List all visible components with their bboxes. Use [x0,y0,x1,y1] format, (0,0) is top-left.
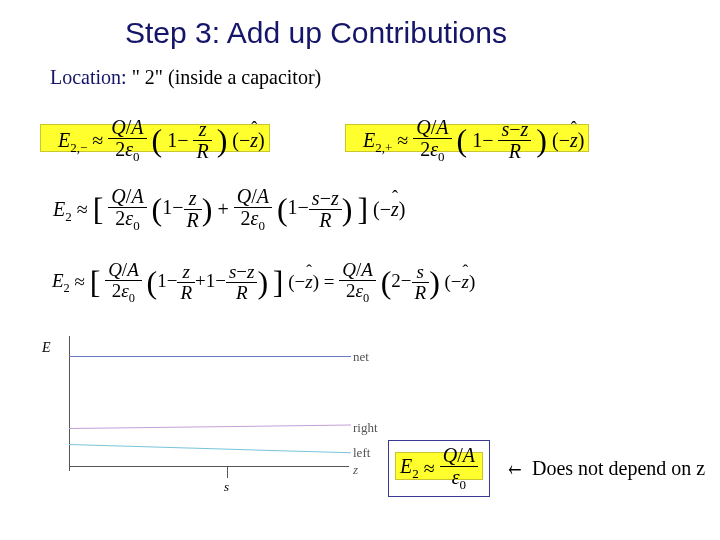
frac-qa-e0-final: Q/A ε0 [440,445,478,492]
eq-final: E2 ≈ Q/A ε0 ← Does not depend on z [388,440,705,497]
graph-line-right [69,425,351,429]
frac-qa-2e0-b: Q/A 2ε0 [413,117,451,164]
slide-title: Step 3: Add up Contributions [125,16,507,50]
paren-close [217,129,228,151]
eq-e2minus: ☐E2,− ≈ Q/A 2ε0 1− zR (−z) [40,117,270,164]
sym-sub-2: 2 [65,208,72,223]
final-note: Does not depend on z [532,457,705,479]
bracket-close [357,198,368,220]
graph-label-right: right [353,420,378,436]
location-value: " 2" (inside a capacitor) [132,66,322,88]
eq-e2-sum: ☐E2 ≈ Q/A2ε0 1−zR + Q/A2ε0 1−s−zR (−z) [40,186,405,233]
graph-line-net [69,356,351,357]
field-graph: E net right left z s [45,336,370,496]
graph-label-z: z [353,462,358,478]
bracket-open [93,198,104,220]
graph-ylabel: E [42,340,51,356]
sym-sub-2p: 2,+ [375,139,392,154]
graph-label-net: net [353,349,369,365]
sym-E: E [58,128,70,150]
graph-tick-s [227,466,228,478]
eq-e2plus: ☐E2,+ ≈ Q/A 2ε0 1− s−zR (−z) [345,117,589,164]
location-label: Location: [50,66,127,88]
eq-e2-combined: ☐E2 ≈ Q/A2ε0 1−zR+1−s−zR (−z) = Q/A2ε0 2… [40,260,475,305]
graph-tick-s-label: s [224,479,229,495]
frac-qa-2e0-a: Q/A 2ε0 [108,117,146,164]
paren-open [152,129,163,151]
sym-approx: ≈ [92,129,103,152]
arrow-left-icon: ← [505,448,525,489]
graph-line-left [69,444,351,453]
location-line: Location: " 2" (inside a capacitor) [50,66,321,89]
graph-xaxis [69,466,349,467]
graph-label-left: left [353,445,370,461]
sym-sub-2m: 2,− [70,139,87,154]
